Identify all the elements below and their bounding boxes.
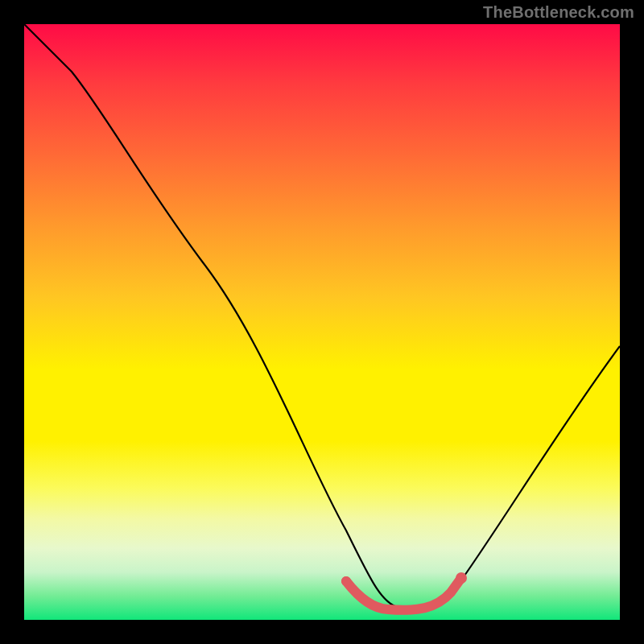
curve-layer [24, 24, 620, 620]
chart-frame: TheBottleneck.com [0, 0, 644, 644]
attribution-text: TheBottleneck.com [483, 3, 634, 22]
highlight-dot-left [341, 576, 351, 586]
optimal-band-highlight [346, 578, 461, 610]
plot-area [24, 24, 620, 620]
bottleneck-curve [24, 24, 620, 609]
highlight-dot-right [456, 572, 467, 584]
